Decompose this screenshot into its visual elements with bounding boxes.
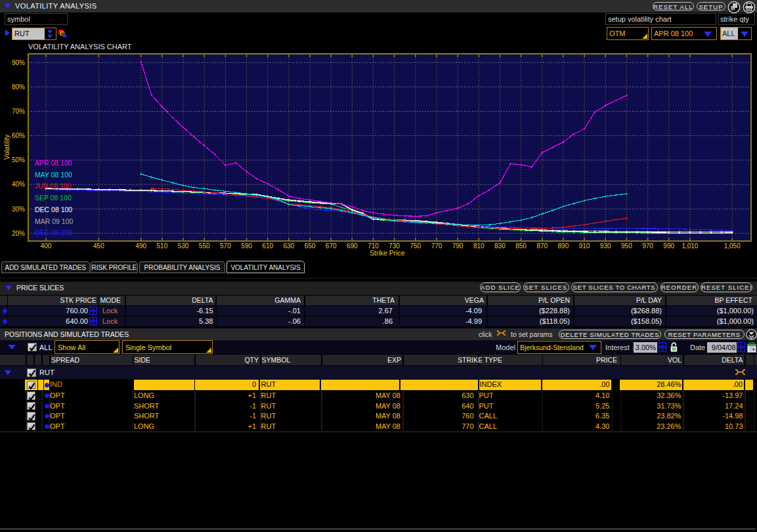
svg-text:810: 810 bbox=[473, 242, 485, 250]
svg-text:MAR 09 100: MAR 09 100 bbox=[35, 217, 74, 225]
svg-text:1,050: 1,050 bbox=[724, 242, 741, 250]
svg-text:60%: 60% bbox=[12, 132, 25, 139]
svg-text:750: 750 bbox=[410, 242, 421, 250]
svg-text:850: 850 bbox=[515, 242, 527, 250]
svg-text:990: 990 bbox=[663, 242, 674, 250]
svg-text:DEC 09 100: DEC 09 100 bbox=[35, 229, 72, 236]
svg-text:1,010: 1,010 bbox=[681, 242, 698, 250]
svg-text:90%: 90% bbox=[12, 59, 25, 66]
svg-text:VOLATILITY ANALYSIS CHART: VOLATILITY ANALYSIS CHART bbox=[28, 43, 132, 51]
svg-text:890: 890 bbox=[558, 242, 569, 250]
svg-text:JUN 08 100: JUN 08 100 bbox=[35, 182, 72, 190]
svg-text:Strike Price: Strike Price bbox=[370, 249, 405, 257]
svg-text:630: 630 bbox=[283, 242, 294, 250]
svg-text:570: 570 bbox=[220, 242, 231, 250]
svg-text:530: 530 bbox=[178, 242, 189, 250]
svg-text:690: 690 bbox=[347, 242, 358, 250]
svg-text:510: 510 bbox=[157, 242, 168, 250]
svg-text:930: 930 bbox=[600, 242, 611, 250]
svg-text:80%: 80% bbox=[12, 83, 25, 91]
svg-text:DEC 08 100: DEC 08 100 bbox=[35, 206, 72, 213]
svg-text:790: 790 bbox=[452, 242, 464, 250]
svg-text:450: 450 bbox=[93, 242, 104, 250]
svg-text:970: 970 bbox=[642, 242, 653, 250]
svg-text:SEP 08 100: SEP 08 100 bbox=[35, 194, 72, 202]
svg-text:870: 870 bbox=[536, 242, 548, 250]
svg-text:670: 670 bbox=[326, 242, 337, 250]
svg-text:950: 950 bbox=[621, 242, 632, 250]
svg-text:APR 08 100: APR 08 100 bbox=[35, 159, 72, 167]
svg-text:Volatility: Volatility bbox=[3, 134, 11, 160]
svg-text:650: 650 bbox=[305, 242, 316, 250]
svg-text:590: 590 bbox=[241, 242, 252, 250]
svg-text:550: 550 bbox=[199, 242, 210, 250]
svg-text:910: 910 bbox=[579, 242, 590, 250]
svg-text:30%: 30% bbox=[12, 206, 25, 213]
svg-text:70%: 70% bbox=[12, 108, 25, 115]
svg-text:610: 610 bbox=[262, 242, 273, 250]
svg-text:830: 830 bbox=[494, 242, 506, 250]
svg-text:50%: 50% bbox=[12, 156, 25, 164]
svg-text:40%: 40% bbox=[12, 181, 25, 188]
svg-text:400: 400 bbox=[41, 242, 52, 250]
svg-text:770: 770 bbox=[431, 242, 443, 250]
svg-text:490: 490 bbox=[135, 242, 146, 250]
svg-text:20%: 20% bbox=[12, 230, 25, 237]
svg-text:MAY 08 100: MAY 08 100 bbox=[35, 171, 72, 179]
